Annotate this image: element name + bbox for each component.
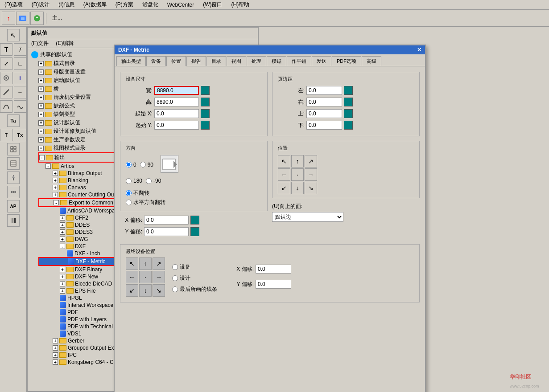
height-picker-btn[interactable] bbox=[201, 98, 210, 106]
pos-bot-left[interactable]: ↙ bbox=[278, 182, 290, 194]
expand-output[interactable]: - bbox=[39, 155, 45, 160]
tool-tx-left[interactable]: T bbox=[0, 129, 12, 141]
final-pos-mid-center[interactable]: · bbox=[139, 271, 152, 283]
final-y-offset-input[interactable] bbox=[256, 280, 291, 289]
expand-blanking[interactable]: + bbox=[53, 178, 58, 183]
expand-waste[interactable]: + bbox=[38, 95, 44, 100]
tab-tile[interactable]: 作平铺 bbox=[287, 56, 311, 66]
tool-italic[interactable]: T bbox=[14, 43, 26, 56]
start-y-picker-btn[interactable] bbox=[201, 121, 210, 130]
expand-dxf-new[interactable]: + bbox=[60, 274, 65, 279]
pos-bot-right[interactable]: ↘ bbox=[305, 182, 317, 194]
tab-device[interactable]: 设备 bbox=[146, 56, 166, 66]
expand-ipc[interactable]: + bbox=[53, 352, 58, 358]
menu-item-help[interactable]: (H)帮助 bbox=[228, 0, 252, 9]
tab-report[interactable]: 报告 bbox=[186, 56, 206, 66]
expand-ddes3[interactable]: + bbox=[60, 229, 65, 235]
pos-mid-left[interactable]: ← bbox=[278, 168, 290, 181]
x-offset-input[interactable] bbox=[144, 216, 189, 225]
tool-text-t[interactable]: T bbox=[0, 43, 12, 56]
menu-item-pallet[interactable]: 货盘化 bbox=[140, 0, 161, 9]
expand-design-default[interactable]: + bbox=[38, 120, 44, 126]
menu-item-option[interactable]: (D)选项 bbox=[2, 0, 25, 9]
tool-info[interactable]: i bbox=[14, 72, 26, 84]
tool-cursor[interactable]: ⤢ bbox=[0, 57, 12, 70]
final-pos-top-right[interactable]: ↗ bbox=[153, 257, 165, 270]
expand-dwg[interactable]: + bbox=[60, 237, 65, 242]
y-offset-input[interactable] bbox=[144, 227, 189, 236]
expand-production[interactable]: + bbox=[38, 137, 44, 143]
tool-gear[interactable] bbox=[0, 72, 12, 84]
bottom-margin-input[interactable] bbox=[306, 121, 342, 130]
final-pos-bot-left[interactable]: ↙ bbox=[126, 284, 138, 297]
tab-send[interactable]: 发送 bbox=[312, 56, 331, 66]
expand-gerber[interactable]: + bbox=[53, 338, 58, 343]
final-pos-top-left[interactable]: ↖ bbox=[126, 257, 138, 270]
menu-item-webcenter[interactable]: WebCenter bbox=[165, 1, 197, 9]
expand-startup[interactable]: + bbox=[38, 78, 44, 83]
tab-catalog[interactable]: 目录 bbox=[206, 56, 226, 66]
pos-top-left[interactable]: ↖ bbox=[278, 155, 290, 167]
tool-wave[interactable] bbox=[14, 100, 26, 113]
width-input[interactable] bbox=[154, 86, 199, 95]
expand-bitmap[interactable]: + bbox=[53, 171, 58, 176]
tool-ap[interactable]: AP bbox=[7, 200, 20, 212]
tool-dots[interactable] bbox=[7, 186, 20, 198]
pos-top-center[interactable]: ↑ bbox=[291, 155, 304, 167]
top-margin-input[interactable] bbox=[306, 109, 342, 118]
tab-pdf-options[interactable]: PDF选项 bbox=[332, 56, 361, 66]
tool-barcode[interactable] bbox=[7, 214, 20, 227]
final-pos-mid-right[interactable]: → bbox=[153, 271, 165, 283]
final-pos-bot-right[interactable]: ↘ bbox=[153, 284, 165, 297]
no-flip-radio[interactable] bbox=[126, 190, 132, 196]
expand-kongsberg[interactable]: + bbox=[53, 359, 58, 365]
bottom-margin-picker[interactable] bbox=[344, 121, 353, 130]
tool-ta[interactable]: Ta bbox=[7, 114, 20, 127]
tab-process[interactable]: 处理 bbox=[247, 56, 266, 66]
expand-ddes[interactable]: + bbox=[60, 222, 65, 228]
defaults-menu-file[interactable]: (F)文件 bbox=[29, 39, 50, 48]
pos-top-right[interactable]: ↗ bbox=[305, 155, 317, 167]
y-offset-picker[interactable] bbox=[190, 227, 199, 236]
tool-hatch[interactable] bbox=[7, 157, 20, 170]
tab-output-type[interactable]: 输出类型 bbox=[116, 56, 146, 66]
final-lastline-radio[interactable] bbox=[172, 286, 178, 292]
expand-cff2[interactable]: + bbox=[60, 215, 65, 220]
final-design-radio[interactable] bbox=[172, 275, 178, 281]
menu-item-database[interactable]: (A)数据库 bbox=[81, 0, 109, 9]
expand-master[interactable]: + bbox=[38, 69, 44, 75]
final-pos-top-center[interactable]: ↑ bbox=[139, 257, 152, 270]
dir-0-radio[interactable] bbox=[126, 162, 132, 167]
menu-item-window[interactable]: (W)窗口 bbox=[200, 0, 225, 9]
start-x-input[interactable] bbox=[154, 109, 199, 118]
menu-item-info[interactable]: (I)信息 bbox=[56, 0, 77, 9]
pos-bot-center[interactable]: ↓ bbox=[291, 182, 304, 194]
width-picker-btn[interactable] bbox=[201, 86, 210, 95]
tab-template[interactable]: 模锯 bbox=[267, 56, 286, 66]
tree-item-dxf-metric[interactable]: DXF - Metric bbox=[38, 257, 119, 266]
height-input[interactable] bbox=[154, 98, 199, 106]
expand-eps[interactable]: + bbox=[60, 288, 65, 294]
left-margin-input[interactable] bbox=[306, 86, 342, 95]
tool-arrow[interactable]: ↖ bbox=[7, 29, 20, 41]
expand-designer-fix[interactable]: + bbox=[38, 129, 44, 134]
tool-line[interactable] bbox=[0, 86, 12, 98]
tool-bezier[interactable] bbox=[0, 100, 12, 113]
tool-tx-right[interactable]: Tx bbox=[14, 129, 26, 141]
top-margin-picker[interactable] bbox=[344, 109, 353, 118]
start-x-picker-btn[interactable] bbox=[201, 109, 210, 118]
expand-dxf-binary[interactable]: + bbox=[60, 267, 65, 272]
expand-view-mode[interactable]: + bbox=[38, 146, 44, 151]
expand-mode[interactable]: + bbox=[38, 61, 44, 66]
pos-mid-center[interactable]: · bbox=[291, 168, 304, 181]
final-pos-bot-center[interactable]: ↓ bbox=[139, 284, 152, 297]
final-device-radio[interactable] bbox=[172, 264, 178, 270]
menu-item-plan[interactable]: (P)方案 bbox=[113, 0, 136, 9]
start-y-input[interactable] bbox=[154, 121, 199, 130]
menu-item-design[interactable]: (D)设计 bbox=[29, 0, 53, 9]
dir-180-radio[interactable] bbox=[126, 178, 132, 184]
tab-advanced[interactable]: 高级 bbox=[362, 56, 381, 66]
dir-90-radio[interactable] bbox=[140, 162, 146, 167]
final-x-offset-input[interactable] bbox=[256, 265, 291, 274]
toolbar-btn-3[interactable] bbox=[30, 12, 44, 25]
